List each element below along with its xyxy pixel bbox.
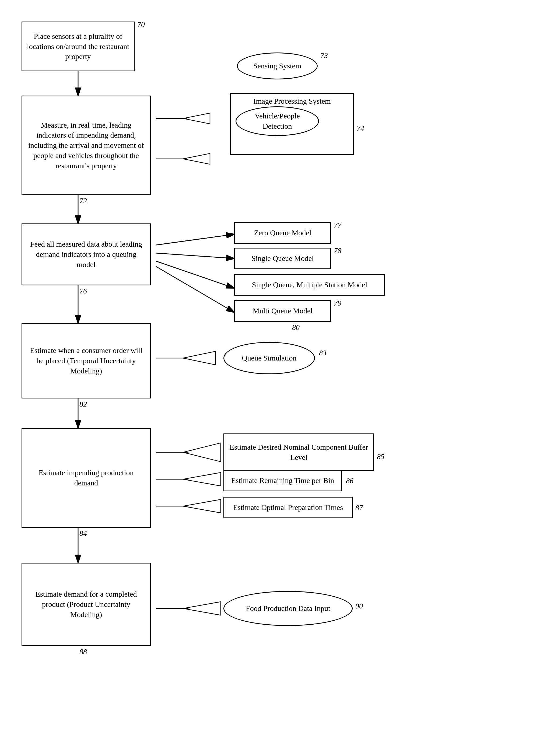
label-85: 85 bbox=[377, 452, 384, 461]
label-72: 72 bbox=[79, 197, 87, 205]
svg-marker-7 bbox=[183, 154, 210, 164]
label-73: 73 bbox=[320, 51, 328, 60]
vehicle-people-detection: Vehicle/People Detection bbox=[235, 106, 319, 136]
svg-marker-25 bbox=[183, 602, 221, 615]
svg-marker-15 bbox=[183, 352, 215, 365]
label-87: 87 bbox=[355, 503, 363, 512]
label-82: 82 bbox=[79, 400, 87, 409]
label-70: 70 bbox=[137, 20, 145, 29]
multi-queue-model: Multi Queue Model bbox=[234, 300, 331, 322]
label-83: 83 bbox=[319, 349, 327, 357]
label-76: 76 bbox=[79, 287, 87, 295]
label-78: 78 bbox=[334, 246, 341, 255]
label-86: 86 bbox=[346, 477, 353, 485]
estimate-optimal-prep: Estimate Optimal Preparation Times bbox=[223, 497, 353, 518]
diagram: Place sensors at a plurality of location… bbox=[0, 0, 554, 756]
svg-line-12 bbox=[156, 261, 234, 288]
svg-marker-20 bbox=[183, 473, 221, 486]
label-80: 80 bbox=[292, 323, 299, 332]
svg-line-11 bbox=[156, 253, 234, 259]
queue-simulation: Queue Simulation bbox=[223, 342, 315, 374]
svg-line-13 bbox=[156, 267, 234, 312]
sensing-system: Sensing System bbox=[237, 53, 318, 79]
box-70: Place sensors at a plurality of location… bbox=[21, 21, 134, 71]
box-72: Measure, in real-time, leading indicator… bbox=[21, 96, 151, 195]
label-77: 77 bbox=[334, 221, 341, 229]
svg-line-10 bbox=[156, 234, 234, 245]
estimate-remaining-time: Estimate Remaining Time per Bin bbox=[223, 470, 342, 491]
label-90: 90 bbox=[355, 602, 363, 610]
box-82: Estimate when a consumer order will be p… bbox=[21, 323, 151, 398]
svg-marker-18 bbox=[183, 443, 221, 462]
box-88: Estimate demand for a completed product … bbox=[21, 563, 151, 646]
label-88: 88 bbox=[79, 648, 87, 656]
svg-marker-5 bbox=[183, 113, 210, 124]
box-76: Feed all measured data about leading dem… bbox=[21, 223, 151, 285]
label-74: 74 bbox=[357, 124, 364, 132]
label-84: 84 bbox=[79, 529, 87, 538]
single-queue-model: Single Queue Model bbox=[234, 248, 331, 269]
label-79: 79 bbox=[334, 299, 341, 308]
svg-marker-22 bbox=[183, 499, 221, 513]
single-queue-multiple-station: Single Queue, Multiple Station Model bbox=[234, 274, 385, 295]
box-84: Estimate impending production demand bbox=[21, 428, 151, 528]
estimate-desired-nominal: Estimate Desired Nominal Component Buffe… bbox=[223, 433, 374, 471]
zero-queue-model: Zero Queue Model bbox=[234, 222, 331, 244]
food-production-data-input: Food Production Data Input bbox=[223, 591, 353, 626]
